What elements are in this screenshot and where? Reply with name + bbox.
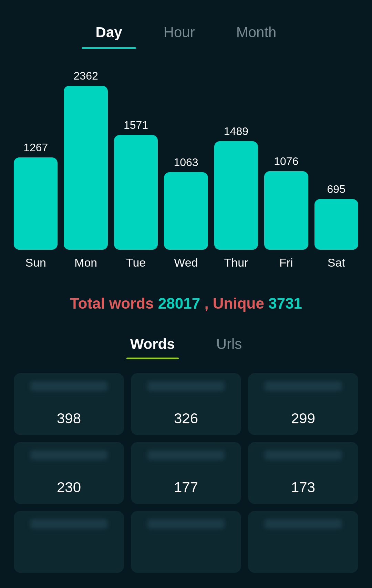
total-words-label: Total words	[70, 295, 154, 312]
bar-value-tue: 1571	[124, 119, 148, 132]
bar-value-sat: 695	[327, 183, 345, 196]
word-card-1-1[interactable]: 177	[131, 442, 241, 504]
bar-tue[interactable]	[114, 135, 158, 250]
bar-label-sat: Sat	[328, 256, 345, 269]
word-blurred-text	[147, 519, 225, 529]
bar-fri[interactable]	[264, 171, 308, 250]
tab-urls[interactable]: Urls	[206, 330, 252, 359]
word-card-2-1[interactable]	[131, 511, 241, 573]
bar-group-mon: 2362Mon	[64, 70, 107, 269]
word-blurred-text	[30, 450, 107, 460]
bar-sat[interactable]	[314, 199, 358, 250]
word-card-1-0[interactable]: 230	[14, 442, 124, 504]
word-grid: 398326299230177173	[0, 359, 372, 587]
bar-label-mon: Mon	[74, 256, 97, 269]
bar-value-sun: 1267	[23, 141, 48, 154]
bar-label-wed: Wed	[174, 256, 198, 269]
unique-value: 3731	[268, 295, 302, 312]
total-words-value: 28017	[158, 295, 200, 312]
bar-group-tue: 1571Tue	[114, 70, 158, 269]
bar-group-sat: 695Sat	[314, 70, 358, 269]
tab-month[interactable]: Month	[216, 17, 297, 49]
word-count: 177	[174, 479, 198, 496]
bar-group-thur: 1489Thur	[214, 70, 258, 269]
word-blurred-text	[30, 519, 107, 529]
word-card-0-2[interactable]: 299	[248, 373, 358, 435]
word-blurred-text	[147, 450, 225, 460]
bar-group-wed: 1063Wed	[164, 70, 208, 269]
unique-label: Unique	[213, 295, 264, 312]
bar-label-thur: Thur	[224, 256, 248, 269]
word-count: 230	[57, 479, 81, 496]
word-card-0-0[interactable]: 398	[14, 373, 124, 435]
bar-value-wed: 1063	[174, 156, 198, 169]
bars-area: 1267Sun2362Mon1571Tue1063Wed1489Thur1076…	[14, 70, 358, 269]
word-blurred-text	[265, 381, 342, 391]
bar-thur[interactable]	[214, 141, 258, 250]
bar-mon[interactable]	[64, 86, 107, 250]
word-card-2-2[interactable]	[248, 511, 358, 573]
bar-group-sun: 1267Sun	[14, 70, 58, 269]
tab-hour[interactable]: Hour	[143, 17, 216, 49]
word-card-0-1[interactable]: 326	[131, 373, 241, 435]
bar-label-sun: Sun	[25, 256, 46, 269]
bar-sun[interactable]	[14, 157, 58, 250]
bar-wed[interactable]	[164, 172, 208, 250]
time-tabs: Day Hour Month	[0, 0, 372, 49]
bar-label-tue: Tue	[126, 256, 146, 269]
bar-value-mon: 2362	[74, 70, 98, 82]
word-count: 299	[291, 410, 315, 427]
tab-words[interactable]: Words	[120, 330, 185, 359]
word-count: 173	[291, 479, 315, 496]
word-blurred-text	[265, 450, 342, 460]
bar-chart: 1267Sun2362Mon1571Tue1063Wed1489Thur1076…	[0, 49, 372, 276]
tab-day[interactable]: Day	[75, 17, 143, 49]
word-blurred-text	[265, 519, 342, 529]
bar-label-fri: Fri	[279, 256, 293, 269]
bar-value-fri: 1076	[274, 155, 298, 168]
word-blurred-text	[147, 381, 225, 391]
word-count: 326	[174, 410, 198, 427]
word-blurred-text	[30, 381, 107, 391]
word-tabs: Words Urls	[0, 323, 372, 359]
word-count: 398	[57, 410, 81, 427]
bar-value-thur: 1489	[224, 125, 248, 138]
bar-group-fri: 1076Fri	[264, 70, 308, 269]
word-card-1-2[interactable]: 173	[248, 442, 358, 504]
stats-summary: Total words 28017 , Unique 3731	[0, 276, 372, 323]
word-card-2-0[interactable]	[14, 511, 124, 573]
